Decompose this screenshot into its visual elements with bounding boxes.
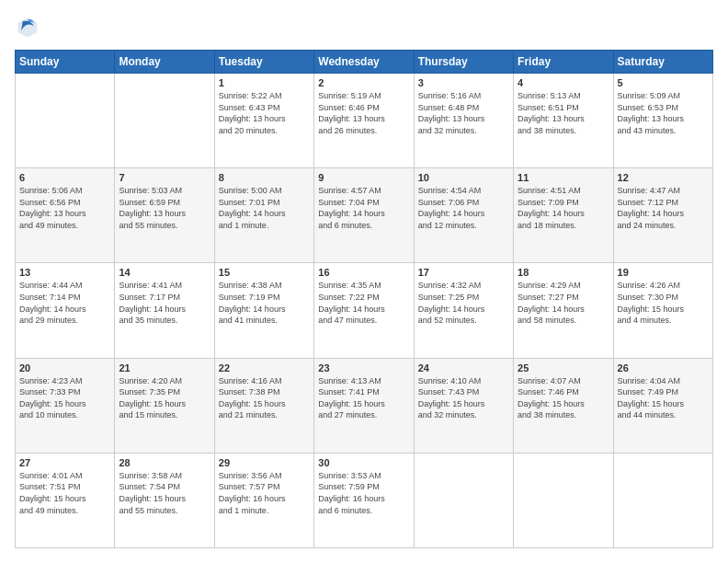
day-cell: 23Sunrise: 4:13 AM Sunset: 7:41 PM Dayli… — [314, 358, 414, 453]
day-info: Sunrise: 5:13 AM Sunset: 6:51 PM Dayligh… — [518, 90, 609, 136]
day-info: Sunrise: 3:56 AM Sunset: 7:57 PM Dayligh… — [219, 470, 310, 516]
weekday-wednesday: Wednesday — [314, 51, 414, 74]
logo — [15, 15, 44, 40]
day-cell: 22Sunrise: 4:16 AM Sunset: 7:38 PM Dayli… — [214, 358, 313, 453]
day-cell: 1Sunrise: 5:22 AM Sunset: 6:43 PM Daylig… — [214, 74, 313, 168]
day-info: Sunrise: 4:35 AM Sunset: 7:22 PM Dayligh… — [318, 280, 409, 326]
day-info: Sunrise: 4:47 AM Sunset: 7:12 PM Dayligh… — [618, 185, 709, 231]
day-number: 13 — [19, 267, 110, 278]
day-number: 17 — [418, 267, 509, 278]
week-row-0: 1Sunrise: 5:22 AM Sunset: 6:43 PM Daylig… — [16, 74, 713, 168]
weekday-sunday: Sunday — [16, 51, 115, 74]
day-number: 24 — [418, 362, 509, 373]
weekday-header-row: SundayMondayTuesdayWednesdayThursdayFrid… — [16, 51, 713, 74]
day-info: Sunrise: 5:03 AM Sunset: 6:59 PM Dayligh… — [119, 185, 210, 231]
day-number: 30 — [318, 457, 409, 468]
weekday-friday: Friday — [514, 51, 613, 74]
calendar-table: SundayMondayTuesdayWednesdayThursdayFrid… — [15, 50, 713, 548]
page: SundayMondayTuesdayWednesdayThursdayFrid… — [0, 0, 728, 563]
day-cell: 20Sunrise: 4:23 AM Sunset: 7:33 PM Dayli… — [16, 358, 115, 453]
logo-icon — [15, 15, 40, 40]
day-cell: 25Sunrise: 4:07 AM Sunset: 7:46 PM Dayli… — [514, 358, 613, 453]
day-cell: 30Sunrise: 3:53 AM Sunset: 7:59 PM Dayli… — [314, 453, 414, 547]
day-cell: 12Sunrise: 4:47 AM Sunset: 7:12 PM Dayli… — [613, 168, 712, 263]
day-info: Sunrise: 4:44 AM Sunset: 7:14 PM Dayligh… — [19, 280, 110, 326]
day-info: Sunrise: 4:32 AM Sunset: 7:25 PM Dayligh… — [418, 280, 509, 326]
day-info: Sunrise: 5:00 AM Sunset: 7:01 PM Dayligh… — [219, 185, 310, 231]
day-info: Sunrise: 4:51 AM Sunset: 7:09 PM Dayligh… — [518, 185, 609, 231]
day-number: 5 — [618, 77, 709, 88]
weekday-saturday: Saturday — [613, 51, 712, 74]
day-number: 11 — [518, 172, 609, 183]
day-info: Sunrise: 5:16 AM Sunset: 6:48 PM Dayligh… — [418, 90, 509, 136]
day-cell: 21Sunrise: 4:20 AM Sunset: 7:35 PM Dayli… — [115, 358, 214, 453]
week-row-3: 20Sunrise: 4:23 AM Sunset: 7:33 PM Dayli… — [16, 358, 713, 453]
day-number: 19 — [618, 267, 709, 278]
day-number: 25 — [518, 362, 609, 373]
day-cell: 13Sunrise: 4:44 AM Sunset: 7:14 PM Dayli… — [16, 263, 115, 358]
week-row-2: 13Sunrise: 4:44 AM Sunset: 7:14 PM Dayli… — [16, 263, 713, 358]
day-number: 18 — [518, 267, 609, 278]
day-number: 4 — [518, 77, 609, 88]
day-info: Sunrise: 4:20 AM Sunset: 7:35 PM Dayligh… — [119, 375, 210, 421]
day-info: Sunrise: 3:53 AM Sunset: 7:59 PM Dayligh… — [318, 470, 409, 516]
day-info: Sunrise: 4:38 AM Sunset: 7:19 PM Dayligh… — [219, 280, 310, 326]
day-cell: 24Sunrise: 4:10 AM Sunset: 7:43 PM Dayli… — [414, 358, 513, 453]
day-info: Sunrise: 4:41 AM Sunset: 7:17 PM Dayligh… — [119, 280, 210, 326]
day-number: 1 — [219, 77, 310, 88]
day-cell: 19Sunrise: 4:26 AM Sunset: 7:30 PM Dayli… — [613, 263, 712, 358]
day-cell: 16Sunrise: 4:35 AM Sunset: 7:22 PM Dayli… — [314, 263, 414, 358]
day-cell: 18Sunrise: 4:29 AM Sunset: 7:27 PM Dayli… — [514, 263, 613, 358]
day-number: 15 — [219, 267, 310, 278]
day-cell: 28Sunrise: 3:58 AM Sunset: 7:54 PM Dayli… — [115, 453, 214, 547]
day-info: Sunrise: 4:23 AM Sunset: 7:33 PM Dayligh… — [19, 375, 110, 421]
weekday-thursday: Thursday — [414, 51, 513, 74]
day-number: 6 — [19, 172, 110, 183]
day-info: Sunrise: 4:57 AM Sunset: 7:04 PM Dayligh… — [318, 185, 409, 231]
day-cell — [115, 74, 214, 168]
day-number: 28 — [119, 457, 210, 468]
day-number: 2 — [318, 77, 409, 88]
day-info: Sunrise: 4:07 AM Sunset: 7:46 PM Dayligh… — [518, 375, 609, 421]
day-cell: 5Sunrise: 5:09 AM Sunset: 6:53 PM Daylig… — [613, 74, 712, 168]
day-number: 20 — [19, 362, 110, 373]
day-number: 23 — [318, 362, 409, 373]
day-number: 16 — [318, 267, 409, 278]
day-info: Sunrise: 4:54 AM Sunset: 7:06 PM Dayligh… — [418, 185, 509, 231]
day-number: 7 — [119, 172, 210, 183]
day-number: 29 — [219, 457, 310, 468]
day-number: 26 — [618, 362, 709, 373]
weekday-tuesday: Tuesday — [214, 51, 313, 74]
day-cell: 6Sunrise: 5:06 AM Sunset: 6:56 PM Daylig… — [16, 168, 115, 263]
day-info: Sunrise: 5:19 AM Sunset: 6:46 PM Dayligh… — [318, 90, 409, 136]
day-number: 10 — [418, 172, 509, 183]
header — [15, 15, 713, 40]
day-cell: 26Sunrise: 4:04 AM Sunset: 7:49 PM Dayli… — [613, 358, 712, 453]
day-info: Sunrise: 4:16 AM Sunset: 7:38 PM Dayligh… — [219, 375, 310, 421]
day-info: Sunrise: 4:04 AM Sunset: 7:49 PM Dayligh… — [618, 375, 709, 421]
day-cell: 2Sunrise: 5:19 AM Sunset: 6:46 PM Daylig… — [314, 74, 414, 168]
day-cell: 17Sunrise: 4:32 AM Sunset: 7:25 PM Dayli… — [414, 263, 513, 358]
day-cell — [613, 453, 712, 547]
day-info: Sunrise: 4:26 AM Sunset: 7:30 PM Dayligh… — [618, 280, 709, 326]
day-info: Sunrise: 4:01 AM Sunset: 7:51 PM Dayligh… — [19, 470, 110, 516]
day-cell: 27Sunrise: 4:01 AM Sunset: 7:51 PM Dayli… — [16, 453, 115, 547]
day-info: Sunrise: 4:29 AM Sunset: 7:27 PM Dayligh… — [518, 280, 609, 326]
day-cell: 9Sunrise: 4:57 AM Sunset: 7:04 PM Daylig… — [314, 168, 414, 263]
day-cell: 15Sunrise: 4:38 AM Sunset: 7:19 PM Dayli… — [214, 263, 313, 358]
weekday-monday: Monday — [115, 51, 214, 74]
day-cell: 8Sunrise: 5:00 AM Sunset: 7:01 PM Daylig… — [214, 168, 313, 263]
day-number: 9 — [318, 172, 409, 183]
day-number: 12 — [618, 172, 709, 183]
day-cell: 29Sunrise: 3:56 AM Sunset: 7:57 PM Dayli… — [214, 453, 313, 547]
day-cell: 10Sunrise: 4:54 AM Sunset: 7:06 PM Dayli… — [414, 168, 513, 263]
day-number: 27 — [19, 457, 110, 468]
day-cell — [414, 453, 513, 547]
day-info: Sunrise: 5:06 AM Sunset: 6:56 PM Dayligh… — [19, 185, 110, 231]
week-row-4: 27Sunrise: 4:01 AM Sunset: 7:51 PM Dayli… — [16, 453, 713, 547]
day-cell — [514, 453, 613, 547]
day-info: Sunrise: 4:13 AM Sunset: 7:41 PM Dayligh… — [318, 375, 409, 421]
day-number: 3 — [418, 77, 509, 88]
day-info: Sunrise: 5:22 AM Sunset: 6:43 PM Dayligh… — [219, 90, 310, 136]
day-number: 21 — [119, 362, 210, 373]
